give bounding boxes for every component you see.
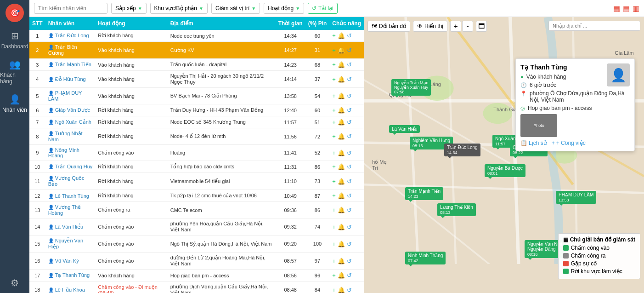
bell-action-icon[interactable]: 🔔 [338,149,345,156]
table-row[interactable]: 6 👤 Giáp Văn Dược Rời khách hàng Trần Du… [29,104,364,116]
cell-name[interactable]: 👤 Nguyễn Văn Hiệp [45,236,96,253]
bell-action-icon[interactable]: 🔔 [338,178,345,185]
cell-name[interactable]: 👤 Nông Minh Hoàng [45,145,96,161]
table-row[interactable]: 3 👤 Trần Mạnh Tiến Vào khách hàng Trần q… [29,59,364,71]
table-row[interactable]: 11 👤 Vương Quốc Bảo Rời khách hàng Vietn… [29,173,364,190]
table-row[interactable]: 7 👤 Ngô Xuân Cảnh Rời khách hàng Node EO… [29,116,364,128]
marker-nguyen-ba-duoc[interactable]: Nguyễn Bá Được08:01 [485,164,525,177]
add-action-icon[interactable]: + [332,61,336,68]
table-row[interactable]: 16 👤 Vũ Văn Kỳ Chấm công vào đường Đền L… [29,253,364,270]
marker-luong-the-kien[interactable]: Lương Thế Kiên08:13 [437,203,476,216]
add-action-icon[interactable]: + [332,76,336,83]
refresh-action-icon[interactable]: ↺ [347,149,352,156]
refresh-action-icon[interactable]: ↺ [347,92,352,99]
cell-name[interactable]: 👤 Vương Thế Hoàng [45,202,96,218]
add-action-icon[interactable]: + [332,133,336,140]
table-row[interactable]: 13 👤 Vương Thế Hoàng Chấm công ra CMC Te… [29,202,364,218]
marker-ninh-minh-thang[interactable]: Ninh Minh Thắng07:42 [405,252,446,264]
table-row[interactable]: 1 👤 Trần Đức Long Rời khách hàng Node eo… [29,30,364,42]
cell-name[interactable]: 👤 Vũ Văn Kỳ [45,253,96,270]
add-action-icon[interactable]: + [332,107,336,114]
refresh-action-icon[interactable]: ↺ [347,287,352,293]
bell-action-icon[interactable]: 🔔 [338,224,345,230]
marker-la-van-hieu[interactable]: Lã Văn Hiểu [389,125,420,133]
refresh-action-icon[interactable]: ↺ [347,178,352,185]
add-action-icon[interactable]: + [332,163,336,170]
refresh-action-icon[interactable]: ↺ [347,241,352,247]
table-row[interactable]: 15 👤 Nguyễn Văn Hiệp Chấm công vào Ngõ T… [29,236,364,253]
history-button[interactable]: 📋 Lịch sử [520,140,547,146]
cell-name[interactable]: 👤 Giáp Văn Dược [45,104,96,116]
add-action-icon[interactable]: + [332,47,336,54]
bell-action-icon[interactable]: 🔔 [338,258,345,264]
refresh-action-icon[interactable]: ↺ [347,107,352,114]
add-action-icon[interactable]: + [332,149,336,156]
layout-grid-button[interactable]: ▦ [613,4,620,13]
refresh-action-icon[interactable]: ↺ [347,272,352,279]
add-action-icon[interactable]: + [332,92,336,99]
refresh-action-icon[interactable]: ↺ [347,47,352,54]
bell-action-icon[interactable]: 🔔 [338,287,345,293]
activity-button[interactable]: Hoạt động ▼ [264,3,304,14]
refresh-action-icon[interactable]: ↺ [347,76,352,83]
cell-name[interactable]: 👤 Lê Thanh Tùng [45,190,96,202]
add-action-icon[interactable]: + [332,224,336,230]
table-row[interactable]: 8 👤 Tường Nhật Nam Rời khách hàng Node- … [29,128,364,145]
zoom-in-button[interactable]: + [450,21,461,32]
bell-action-icon[interactable]: 🔔 [338,32,345,39]
bell-action-icon[interactable]: 🔔 [338,241,345,247]
add-action-icon[interactable]: + [332,241,336,247]
monitor-button[interactable]: Giám sát vị trí ▼ [211,3,260,14]
refresh-action-icon[interactable]: ↺ [347,119,352,126]
cell-name[interactable]: 👤 Tạ Thanh Tùng [45,270,96,282]
bell-action-icon[interactable]: 🔔 [338,92,345,99]
zoom-out-button[interactable]: - [462,21,473,32]
add-action-icon[interactable]: + [332,119,336,126]
cell-name[interactable]: 👤 Lã Văn Hiểu [45,218,96,236]
show-button[interactable]: 👁 Hiển thị [413,21,447,32]
refresh-action-icon[interactable]: ↺ [347,258,352,264]
bell-action-icon[interactable]: 🔔 [338,76,345,83]
bell-action-icon[interactable]: 🔔 [338,207,345,213]
sidebar-item-khach-hang[interactable]: 👥 Khách hàng [0,54,29,89]
table-row[interactable]: 14 👤 Lã Văn Hiểu Chấm công vào phường Yê… [29,218,364,236]
cell-name[interactable]: 👤 Lê Hữu Khoa [45,282,96,293]
layout-list-button[interactable]: ▤ [623,4,630,13]
add-action-icon[interactable]: + [332,32,336,39]
add-work-button[interactable]: + + Công việc [552,140,586,146]
refresh-button[interactable]: ↺ Tải lại [308,3,338,14]
refresh-action-icon[interactable]: ↺ [347,133,352,140]
toggle-map-button[interactable]: 🗺 Đổi bản đồ [367,21,410,32]
add-action-icon[interactable]: + [332,178,336,185]
cell-name[interactable]: 👤 Trần Đức Long [45,30,96,42]
bell-action-icon[interactable]: 🔔 [338,107,345,114]
cell-name[interactable]: 👤 Trần Quang Huy [45,161,96,173]
refresh-action-icon[interactable]: ↺ [347,61,352,68]
cell-name[interactable]: 👤 Tường Nhật Nam [45,128,96,145]
cell-name[interactable]: 👤 Vương Quốc Bảo [45,173,96,190]
add-action-icon[interactable]: + [332,192,336,199]
search-input[interactable] [34,3,107,14]
refresh-action-icon[interactable]: ↺ [347,207,352,213]
add-action-icon[interactable]: + [332,287,336,293]
marker-pham-duy-lam[interactable]: PHẠM DUY LÂM13:58 [556,191,596,204]
table-row[interactable]: 17 👤 Tạ Thanh Tùng Vào khách hàng Hop gi… [29,270,364,282]
cell-name[interactable]: 👤 Ngô Xuân Cảnh [45,116,96,128]
table-row[interactable]: 2 👤 Trần Biên Cương Vào khách hàng Cường… [29,42,364,59]
layers-button[interactable]: 🗖 [476,21,487,32]
area-button[interactable]: Khu vực/Bộ phận ▼ [150,3,208,14]
table-row[interactable]: 4 👤 Đỗ Hữu Tùng Vào khách hàng Nguyễn Th… [29,71,364,88]
cell-name[interactable]: 👤 Đỗ Hữu Tùng [45,71,96,88]
cell-name[interactable]: 👤 PHẠM DUY LÂM [45,88,96,104]
refresh-action-icon[interactable]: ↺ [347,192,352,199]
add-action-icon[interactable]: + [332,272,336,279]
sort-button[interactable]: Sắp xếp ▼ [111,3,147,14]
cell-name[interactable]: 👤 Trần Biên Cương [45,42,96,59]
bell-action-icon[interactable]: 🔔 [338,119,345,126]
marker-tran-manh-tien[interactable]: Trần Mạnh Tiến14:23 [405,187,443,200]
bell-action-icon[interactable]: 🔔 [338,163,345,170]
sidebar-item-dashboard[interactable]: ⊞ Dashboard [0,26,29,54]
refresh-action-icon[interactable]: ↺ [347,32,352,39]
sidebar-item-nhan-vien[interactable]: 👤 Nhân viên [0,89,29,118]
refresh-action-icon[interactable]: ↺ [347,163,352,170]
